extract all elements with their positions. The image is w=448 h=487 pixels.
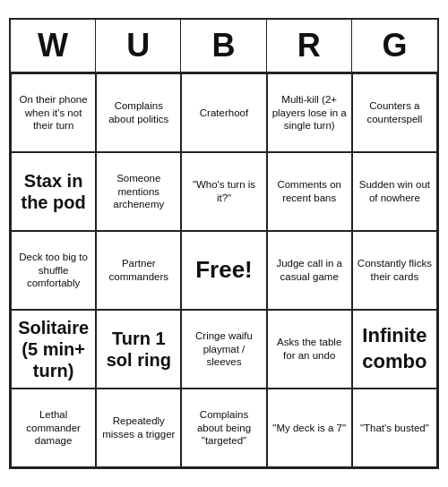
header-letter-b: B [181, 20, 266, 72]
bingo-cell-24: "That's busted" [352, 389, 437, 467]
bingo-cell-2: Craterhoof [181, 73, 266, 152]
bingo-cell-3: Multi-kill (2+ players lose in a single … [267, 73, 352, 152]
bingo-cell-10: Deck too big to shuffle comfortably [11, 231, 96, 310]
bingo-cell-4: Counters a counterspell [352, 73, 437, 152]
bingo-cell-7: "Who's turn is it?" [181, 152, 266, 231]
bingo-cell-14: Constantly flicks their cards [352, 231, 437, 310]
bingo-cell-8: Comments on recent bans [267, 152, 352, 231]
bingo-cell-11: Partner commanders [96, 231, 181, 310]
bingo-cell-9: Sudden win out of nowhere [352, 152, 437, 231]
bingo-cell-21: Repeatedly misses a trigger [96, 389, 181, 467]
header-letter-g: G [352, 20, 437, 72]
bingo-cell-22: Complains about being "targeted" [181, 389, 266, 467]
bingo-header: WUBRG [11, 20, 437, 73]
bingo-cell-18: Asks the table for an undo [267, 310, 352, 389]
bingo-cell-16: Turn 1 sol ring [96, 310, 181, 389]
header-letter-w: W [11, 20, 96, 72]
bingo-cell-6: Someone mentions archenemy [96, 152, 181, 231]
bingo-cell-23: "My deck is a 7" [267, 389, 352, 467]
bingo-cell-13: Judge call in a casual game [267, 231, 352, 310]
bingo-cell-5: Stax in the pod [11, 152, 96, 231]
header-letter-u: U [96, 20, 181, 72]
bingo-cell-15: Solitaire (5 min+ turn) [11, 310, 96, 389]
bingo-cell-0: On their phone when it's not their turn [11, 73, 96, 152]
bingo-card: WUBRG On their phone when it's not their… [9, 18, 439, 469]
bingo-cell-12: Free! [181, 231, 266, 310]
header-letter-r: R [267, 20, 352, 72]
bingo-cell-19: Infinite combo [352, 310, 437, 389]
bingo-cell-1: Complains about politics [96, 73, 181, 152]
bingo-cell-17: Cringe waifu playmat / sleeves [181, 310, 266, 389]
bingo-cell-20: Lethal commander damage [11, 389, 96, 467]
bingo-grid: On their phone when it's not their turnC… [11, 73, 437, 467]
